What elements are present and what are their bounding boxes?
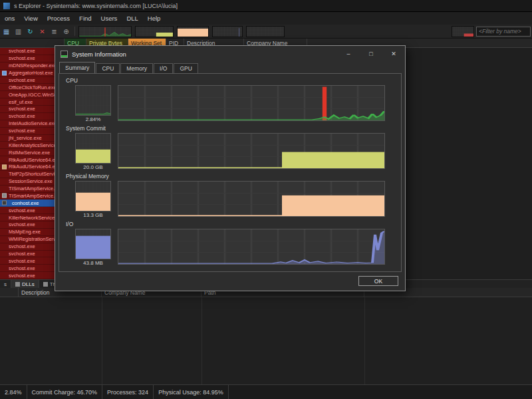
section-small-column: 2.84% [75, 85, 111, 122]
process-name: svchost.exe [9, 265, 35, 271]
process-name: AggregatorHost.exe [9, 70, 53, 76]
section-row: 13.3 GB [59, 181, 401, 218]
large-graph-system-commit[interactable] [118, 133, 385, 169]
dialog-tab-frame: CPU2.84%System Commit20.0 GBPhysical Mem… [59, 73, 402, 272]
lower-pane [0, 297, 532, 384]
process-icon [2, 194, 7, 198]
dialog-tab-cpu[interactable]: CPU [96, 63, 120, 73]
menu-item-find[interactable]: Find [74, 13, 96, 24]
gpu-graph-slot [452, 26, 474, 37]
process-name: SessionService.exe [9, 178, 53, 184]
column-separator [201, 297, 202, 384]
section-cpu: CPU2.84% [59, 77, 401, 122]
dialog-tab-i-o[interactable]: I/O [154, 63, 173, 73]
section-label: Physical Memory [66, 173, 401, 180]
process-name: jhi_service.exe [9, 135, 42, 141]
dialog-window-buttons: –□✕ [337, 46, 405, 62]
process-name: MsMpEng.exe [9, 229, 41, 235]
process-name: svchost.exe [9, 221, 35, 227]
menu-item-dll[interactable]: DLL [122, 13, 142, 24]
columns-icon[interactable]: ▥ [13, 27, 23, 37]
system-information-icon [61, 51, 68, 58]
process-name: esif_uf.exe [9, 99, 33, 105]
minimize-button[interactable]: – [337, 46, 360, 62]
memory-history-graph[interactable] [177, 26, 209, 37]
menu-item-view[interactable]: View [19, 13, 42, 24]
menu-item-help[interactable]: Help [143, 13, 166, 24]
small-graph-system-commit[interactable] [75, 133, 111, 164]
dialog-tab-gpu[interactable]: GPU [174, 63, 198, 73]
large-graph-cpu[interactable] [118, 85, 385, 121]
gpu-history-graph[interactable] [452, 26, 474, 37]
maximize-button[interactable]: □ [360, 46, 382, 62]
column-separator [102, 297, 102, 384]
status-segment-2: Processes: 324 [102, 385, 154, 399]
section-value: 20.0 GB [75, 164, 111, 170]
section-value: 13.3 GB [75, 212, 111, 218]
section-value: 43.8 MB [75, 260, 111, 266]
menu-item-process[interactable]: Process [43, 13, 74, 24]
section-value: 2.84% [75, 116, 111, 122]
disk-history-graph[interactable] [246, 26, 285, 37]
section-row: 2.84% [59, 85, 401, 122]
section-label: CPU [66, 77, 401, 84]
toolbar-icons: ▦▥↻✕≣⊕ [1, 27, 71, 37]
dialog-tab-memory[interactable]: Memory [120, 63, 153, 73]
lower-column-blank[interactable] [0, 288, 19, 297]
cpu-history-graph[interactable] [78, 26, 132, 37]
status-segment-3: Physical Usage: 84.95% [154, 385, 229, 399]
dialog-title: System Information [72, 51, 126, 58]
close-button[interactable]: ✕ [382, 46, 405, 62]
system-information-dialog: System Information –□✕ SummaryCPUMemoryI… [55, 45, 406, 291]
process-name: mDNSResponder.exe [9, 63, 57, 68]
section-physical-memory: Physical Memory13.3 GB [59, 173, 401, 218]
process-name: svchost.exe [9, 55, 35, 61]
section-system-commit: System Commit20.0 GB [59, 125, 401, 170]
toolbar-graphs [78, 26, 285, 37]
tab-icon [43, 282, 48, 287]
large-graph-physical-memory[interactable] [118, 181, 385, 217]
process-name: svchost.exe [9, 258, 35, 264]
process-name: svchost.exe [9, 128, 35, 134]
commit-history-graph[interactable] [135, 26, 174, 37]
process-name: svchost.exe [9, 48, 35, 54]
tab-icon [15, 282, 20, 287]
process-name: RstMwService.exe [9, 150, 50, 156]
kill-process-icon[interactable]: ✕ [37, 27, 47, 37]
section-small-column: 43.8 MB [75, 229, 111, 266]
dialog-tab-summary[interactable]: Summary [59, 62, 95, 73]
small-graph-i-o[interactable] [75, 229, 111, 259]
section-i-o: I/O43.8 MB [59, 221, 401, 266]
filter-input[interactable] [476, 27, 531, 37]
io-history-graph[interactable] [212, 26, 243, 37]
process-icon [2, 201, 7, 205]
find-window-icon[interactable]: ⊕ [61, 27, 71, 37]
menu-item-users[interactable]: Users [96, 13, 122, 24]
app-icon [3, 3, 10, 9]
dialog-tabs: SummaryCPUMemoryI/OGPU [55, 62, 405, 73]
process-name: RtkAudUService64.exe [9, 164, 61, 170]
menu-item-ons[interactable]: ons [0, 13, 19, 24]
small-graph-physical-memory[interactable] [75, 181, 111, 211]
ok-button[interactable]: OK [358, 276, 398, 286]
refresh-icon[interactable]: ↻ [25, 27, 35, 37]
toolbar: ▦▥↻✕≣⊕ [0, 25, 532, 39]
status-segment-1: Commit Charge: 46.70% [27, 385, 103, 399]
statusbar: 2.84%Commit Charge: 46.70%Processes: 324… [0, 384, 532, 399]
process-name: svchost.exe [9, 77, 35, 83]
lower-tab-s[interactable]: s [0, 280, 11, 288]
column-separator [364, 297, 365, 384]
dialog-sections: CPU2.84%System Commit20.0 GBPhysical Mem… [59, 77, 401, 266]
small-graph-cpu[interactable] [75, 85, 111, 116]
process-name: conhost.exe [12, 200, 39, 206]
dialog-titlebar[interactable]: System Information –□✕ [55, 46, 405, 62]
process-icon [2, 164, 7, 169]
section-small-column: 13.3 GB [75, 181, 111, 218]
lower-tab-dlls[interactable]: DLLs [11, 280, 39, 288]
toolbar-separator [74, 27, 75, 36]
save-icon[interactable]: ▦ [1, 27, 11, 37]
large-graph-i-o[interactable] [118, 229, 385, 265]
properties-icon[interactable]: ≣ [49, 27, 59, 37]
section-row: 43.8 MB [59, 229, 401, 266]
process-name: svchost.exe [9, 243, 35, 249]
